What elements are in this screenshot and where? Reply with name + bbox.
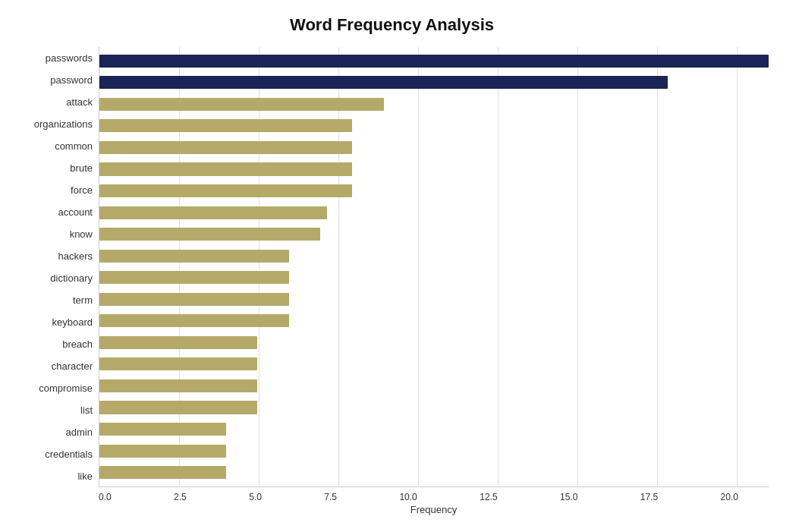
y-label-account: account <box>58 207 93 217</box>
bar-like <box>99 466 226 479</box>
y-label-attack: attack <box>66 97 93 107</box>
y-label-admin: admin <box>66 427 93 437</box>
bar-admin <box>99 423 226 436</box>
bar-breach <box>99 336 257 349</box>
bar-term <box>99 293 289 306</box>
bar-row-brute <box>99 159 769 181</box>
bar-row-breach <box>99 332 769 354</box>
y-label-term: term <box>73 295 93 305</box>
bar-row-credentials <box>99 440 769 462</box>
y-label-list: list <box>80 405 93 415</box>
bar-row-term <box>99 288 769 310</box>
y-label-compromise: compromise <box>39 383 93 393</box>
bar-password <box>99 76 668 89</box>
bar-common <box>99 141 352 154</box>
bar-row-dictionary <box>99 266 769 288</box>
bar-row-list <box>99 397 769 419</box>
bar-row-like <box>99 461 769 483</box>
x-tick-label: 20.0 <box>721 492 738 502</box>
bar-row-common <box>99 137 769 159</box>
bar-character <box>99 357 257 370</box>
x-tick-label: 2.5 <box>174 492 187 502</box>
bar-row-passwords <box>99 50 769 72</box>
bar-row-password <box>99 72 769 94</box>
bar-keyboard <box>99 314 289 327</box>
x-tick-label: 15.0 <box>560 492 577 502</box>
y-label-organizations: organizations <box>34 119 93 129</box>
y-label-hackers: hackers <box>58 251 93 261</box>
bar-row-keyboard <box>99 310 769 332</box>
bar-know <box>99 228 320 241</box>
chart-area: passwordspasswordattackorganizationscomm… <box>15 47 769 487</box>
bar-row-character <box>99 354 769 376</box>
y-label-character: character <box>52 361 93 371</box>
bar-organizations <box>99 119 352 132</box>
x-tick-label: 5.0 <box>249 492 262 502</box>
x-tick-label: 12.5 <box>480 492 497 502</box>
x-axis-title: Frequency <box>99 504 769 515</box>
bar-row-organizations <box>99 115 769 137</box>
y-label-common: common <box>55 141 93 151</box>
chart-container: Word Frequency Analysis passwordspasswor… <box>0 0 799 532</box>
bar-row-attack <box>99 93 769 115</box>
y-axis: passwordspasswordattackorganizationscomm… <box>15 47 99 487</box>
bar-row-compromise <box>99 375 769 397</box>
x-tick-label: 7.5 <box>324 492 337 502</box>
bar-credentials <box>99 445 226 458</box>
y-label-password: password <box>50 75 93 85</box>
bar-row-hackers <box>99 245 769 267</box>
y-label-passwords: passwords <box>46 53 93 63</box>
bar-row-account <box>99 202 769 224</box>
bar-row-force <box>99 180 769 202</box>
plot-area <box>99 47 769 487</box>
chart-title: Word Frequency Analysis <box>15 15 769 35</box>
bar-force <box>99 184 352 197</box>
bar-brute <box>99 162 352 175</box>
y-label-credentials: credentials <box>45 449 93 459</box>
bar-attack <box>99 98 384 111</box>
y-label-like: like <box>77 471 93 481</box>
y-label-dictionary: dictionary <box>50 273 93 283</box>
bar-row-know <box>99 223 769 245</box>
bar-row-admin <box>99 418 769 440</box>
x-tick-label: 10.0 <box>399 492 417 502</box>
bar-passwords <box>99 55 769 68</box>
y-label-know: know <box>70 229 93 239</box>
bar-hackers <box>99 250 289 263</box>
x-tick-label: 0.0 <box>99 492 112 502</box>
bar-list <box>99 401 257 414</box>
bar-compromise <box>99 379 257 392</box>
bar-dictionary <box>99 271 289 284</box>
y-label-force: force <box>71 185 93 195</box>
bar-account <box>99 206 327 219</box>
y-label-brute: brute <box>70 163 93 173</box>
y-label-breach: breach <box>62 339 93 349</box>
y-label-keyboard: keyboard <box>52 317 93 327</box>
x-tick-label: 17.5 <box>640 492 658 502</box>
